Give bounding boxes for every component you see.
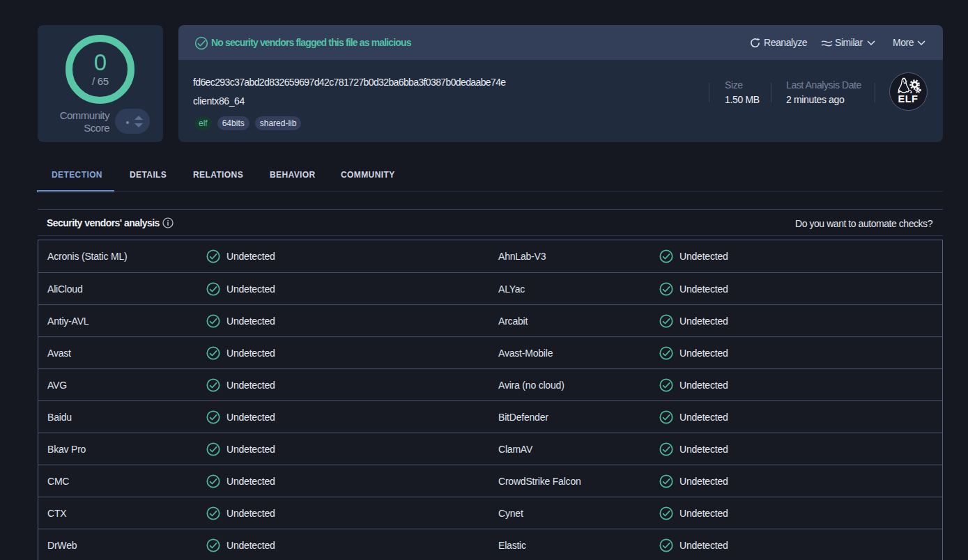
svg-text:ELF: ELF [898, 93, 919, 104]
